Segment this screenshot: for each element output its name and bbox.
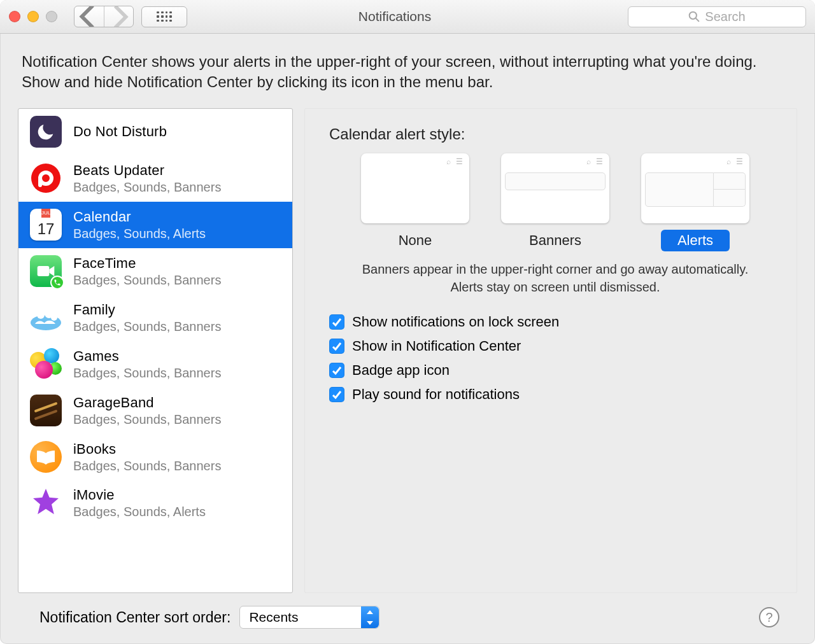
checkbox-icon — [329, 387, 344, 402]
svg-point-4 — [37, 311, 45, 319]
app-name: Games — [73, 348, 221, 365]
app-list[interactable]: Do Not Disturb Beats UpdaterBadges, Soun… — [18, 108, 293, 593]
sidebar-item-family[interactable]: FamilyBadges, Sounds, Banners — [18, 295, 292, 341]
nav-back-forward — [74, 6, 134, 27]
sidebar-item-ibooks[interactable]: iBooksBadges, Sounds, Banners — [18, 434, 292, 480]
app-name: Family — [73, 302, 221, 318]
app-sub: Badges, Sounds, Alerts — [73, 227, 206, 241]
titlebar: Notifications Search — [0, 0, 815, 34]
svg-rect-2 — [38, 266, 50, 276]
check-label: Badge app icon — [352, 362, 450, 379]
style-option-none[interactable]: ⌕☰ None — [361, 153, 469, 251]
search-icon — [688, 11, 700, 22]
svg-point-0 — [690, 12, 697, 19]
svg-point-6 — [51, 314, 57, 321]
window-title: Notifications — [195, 9, 620, 24]
games-icon — [30, 348, 62, 380]
check-sound[interactable]: Play sound for notifications — [329, 386, 781, 403]
footer: Notification Center sort order: Recents … — [18, 593, 797, 644]
list-icon: ☰ — [736, 157, 743, 166]
sort-order-select[interactable]: Recents — [239, 606, 379, 629]
window-controls — [9, 11, 57, 22]
app-name: iMovie — [73, 487, 206, 503]
style-label: Alerts — [661, 230, 730, 251]
search-icon: ⌕ — [446, 157, 451, 166]
sort-order-value: Recents — [249, 610, 298, 625]
preview-banners: ⌕☰ — [501, 153, 609, 223]
app-name: iBooks — [73, 441, 221, 458]
description-text: Notification Center shows your alerts in… — [22, 52, 793, 93]
check-notification-center[interactable]: Show in Notification Center — [329, 338, 781, 354]
grid-icon — [157, 11, 172, 22]
sidebar-item-imovie[interactable]: iMovieBadges, Sounds, Alerts — [18, 480, 292, 519]
app-sub: Badges, Sounds, Alerts — [73, 505, 206, 519]
options-list: Show notifications on lock screen Show i… — [329, 314, 781, 403]
forward-button[interactable] — [104, 6, 133, 27]
app-name: FaceTime — [73, 255, 221, 272]
notifications-prefs-window: Notifications Search Notification Center… — [0, 0, 815, 644]
preview-none: ⌕☰ — [361, 153, 469, 223]
app-sub: Badges, Sounds, Banners — [73, 273, 221, 288]
sidebar-item-calendar[interactable]: JUL17 CalendarBadges, Sounds, Alerts — [18, 202, 292, 248]
app-sub: Badges, Sounds, Banners — [73, 180, 221, 195]
app-name: Beats Updater — [73, 162, 221, 179]
close-button[interactable] — [9, 11, 20, 22]
minimize-button[interactable] — [27, 11, 39, 22]
sidebar-item-games[interactable]: GamesBadges, Sounds, Banners — [18, 341, 292, 388]
list-icon: ☰ — [596, 157, 603, 166]
search-placeholder: Search — [705, 10, 745, 24]
checkbox-icon — [329, 339, 344, 354]
app-sub: Badges, Sounds, Banners — [73, 319, 221, 334]
body-grid: Do Not Disturb Beats UpdaterBadges, Soun… — [18, 108, 797, 593]
back-button[interactable] — [74, 6, 104, 27]
content-area: Notification Center shows your alerts in… — [0, 34, 815, 644]
svg-line-1 — [696, 18, 699, 22]
style-option-alerts[interactable]: ⌕☰ Alerts — [641, 153, 749, 251]
help-button[interactable]: ? — [759, 607, 779, 627]
beats-icon — [30, 162, 62, 194]
calendar-icon: JUL17 — [30, 209, 62, 241]
family-icon — [30, 302, 62, 333]
check-label: Play sound for notifications — [352, 386, 520, 403]
check-lock-screen[interactable]: Show notifications on lock screen — [329, 314, 781, 330]
sidebar-item-garageband[interactable]: GarageBandBadges, Sounds, Banners — [18, 388, 292, 434]
moon-icon — [30, 116, 62, 148]
app-sub: Badges, Sounds, Banners — [73, 412, 221, 427]
app-sub: Badges, Sounds, Banners — [73, 459, 221, 473]
show-all-button[interactable] — [141, 6, 187, 27]
sidebar-item-beats[interactable]: Beats UpdaterBadges, Sounds, Banners — [18, 155, 292, 202]
app-sub: Badges, Sounds, Banners — [73, 366, 221, 381]
preview-alerts: ⌕☰ — [641, 153, 749, 223]
ibooks-icon — [30, 441, 62, 473]
style-option-banners[interactable]: ⌕☰ Banners — [501, 153, 609, 251]
facetime-icon — [30, 255, 62, 287]
sidebar-item-dnd[interactable]: Do Not Disturb — [18, 109, 292, 155]
checkbox-icon — [329, 363, 344, 378]
alert-style-hint: Banners appear in the upper-right corner… — [348, 260, 762, 296]
imovie-icon — [30, 487, 62, 519]
app-name: Do Not Disturb — [73, 123, 167, 140]
sort-order-label: Notification Center sort order: — [39, 609, 230, 626]
check-label: Show notifications on lock screen — [352, 314, 559, 330]
check-label: Show in Notification Center — [352, 338, 521, 354]
app-name: Calendar — [73, 209, 206, 225]
check-badge[interactable]: Badge app icon — [329, 362, 781, 379]
detail-panel: Calendar alert style: ⌕☰ None ⌕☰ Banners… — [304, 108, 797, 593]
search-icon: ⌕ — [726, 157, 731, 166]
search-icon: ⌕ — [586, 157, 591, 166]
list-icon: ☰ — [456, 157, 463, 166]
style-label: None — [382, 230, 449, 251]
garageband-icon — [30, 395, 62, 426]
zoom-button[interactable] — [46, 11, 57, 22]
alert-style-heading: Calendar alert style: — [329, 125, 781, 143]
style-label: Banners — [513, 230, 598, 251]
checkbox-icon — [329, 314, 344, 330]
sidebar-item-facetime[interactable]: FaceTimeBadges, Sounds, Banners — [18, 248, 292, 295]
app-name: GarageBand — [73, 395, 221, 411]
stepper-icon — [361, 606, 379, 628]
search-input[interactable]: Search — [628, 6, 806, 27]
alert-style-chooser: ⌕☰ None ⌕☰ Banners ⌕☰ Alerts — [329, 153, 781, 251]
